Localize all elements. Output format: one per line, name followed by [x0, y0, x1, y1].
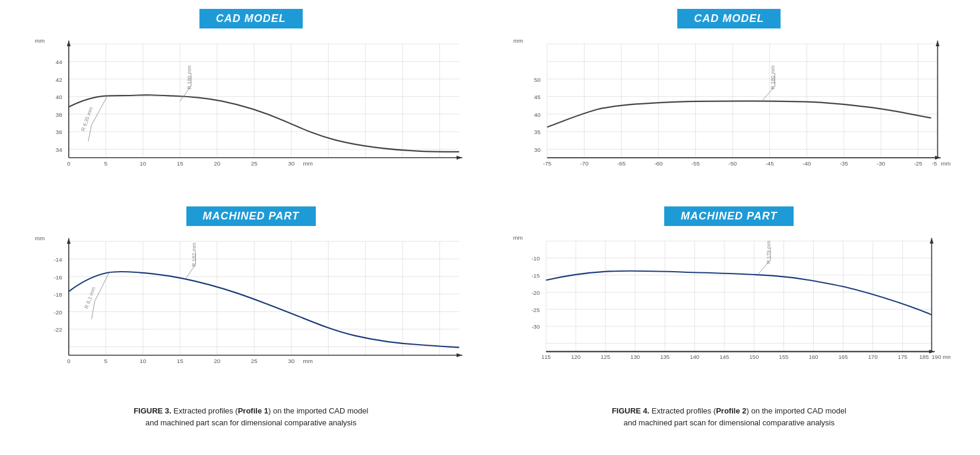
- figure3-caption-panel: FIGURE 3. Extracted profiles (Profile 1)…: [12, 400, 490, 449]
- svg-text:10: 10: [139, 160, 146, 167]
- svg-text:150: 150: [749, 354, 759, 360]
- svg-text:-75: -75: [543, 160, 551, 167]
- figure4-cad-chart: mm: [508, 31, 951, 183]
- svg-text:40: 40: [534, 112, 540, 118]
- svg-text:30: 30: [288, 160, 294, 167]
- svg-text:mm: mm: [35, 234, 45, 241]
- figure3-label: FIGURE 3.: [134, 406, 172, 415]
- svg-text:36: 36: [56, 129, 62, 135]
- svg-text:-25: -25: [914, 160, 922, 167]
- svg-text:15: 15: [177, 160, 183, 167]
- svg-text:20: 20: [214, 160, 220, 167]
- svg-line-121: [95, 272, 109, 301]
- svg-text:115: 115: [541, 354, 550, 360]
- svg-text:120: 120: [570, 354, 580, 360]
- svg-text:165: 165: [838, 354, 848, 360]
- svg-text:-5: -5: [931, 160, 937, 167]
- figure4-profile-bold: Profile 2: [716, 406, 746, 415]
- svg-text:mm: mm: [303, 160, 312, 167]
- svg-text:140: 140: [690, 354, 699, 360]
- svg-text:-25: -25: [531, 306, 540, 313]
- svg-text:25: 25: [251, 160, 258, 167]
- figure4-label: FIGURE 4.: [612, 406, 650, 415]
- svg-text:mm: mm: [941, 160, 950, 167]
- svg-text:-30: -30: [531, 323, 540, 330]
- svg-line-122: [91, 301, 94, 319]
- svg-text:-70: -70: [580, 160, 589, 167]
- figure4-caption-text: Extracted profiles (Profile 2) on the im…: [623, 406, 846, 427]
- svg-text:mm: mm: [303, 358, 312, 364]
- svg-text:175: 175: [897, 354, 907, 360]
- svg-text:-20: -20: [54, 308, 63, 315]
- figure4-machined-panel: MACHINED PART mm: [490, 203, 969, 401]
- figure3-cad-panel: CAD MODEL mm: [12, 6, 490, 203]
- svg-text:-60: -60: [654, 160, 663, 167]
- svg-text:190 mm: 190 mm: [931, 354, 950, 360]
- svg-line-36: [91, 96, 107, 125]
- svg-text:30: 30: [534, 147, 540, 153]
- figure3-caption: FIGURE 3. Extracted profiles (Profile 1)…: [134, 405, 368, 428]
- svg-text:-10: -10: [531, 255, 540, 262]
- svg-text:0: 0: [67, 358, 71, 364]
- svg-text:mm: mm: [513, 37, 522, 44]
- figure3-cad-svg: mm: [30, 31, 472, 180]
- svg-text:25: 25: [251, 358, 258, 364]
- figure3-caption-text: Extracted profiles (Profile 1) on the im…: [145, 406, 368, 427]
- figure4-machined-chart: mm: [508, 228, 951, 376]
- svg-text:R 180 mm: R 180 mm: [186, 65, 192, 89]
- svg-text:-50: -50: [728, 160, 737, 167]
- svg-text:38: 38: [56, 112, 62, 118]
- figure4-caption-panel: FIGURE 4. Extracted profiles (Profile 2)…: [490, 400, 969, 449]
- svg-text:20: 20: [214, 358, 220, 364]
- svg-text:-30: -30: [877, 160, 886, 167]
- svg-text:R 6,35 mm: R 6,35 mm: [80, 106, 94, 132]
- svg-text:R 179 mm: R 179 mm: [765, 240, 771, 263]
- svg-text:-55: -55: [691, 160, 700, 167]
- svg-text:40: 40: [56, 94, 62, 100]
- svg-text:-15: -15: [531, 272, 540, 279]
- figure3-cad-title: CAD MODEL: [199, 9, 303, 28]
- svg-text:160: 160: [808, 354, 818, 360]
- figure4-cad-title: CAD MODEL: [677, 9, 781, 28]
- svg-line-37: [88, 125, 91, 141]
- svg-text:15: 15: [177, 358, 183, 364]
- figure3-profile-bold: Profile 1: [238, 406, 268, 415]
- figure3-machined-chart: mm: [30, 228, 472, 380]
- svg-text:34: 34: [56, 147, 62, 153]
- svg-text:45: 45: [534, 94, 540, 100]
- figure4-cad-panel: CAD MODEL mm: [490, 6, 969, 203]
- svg-text:145: 145: [719, 354, 729, 360]
- svg-text:185: 185: [919, 354, 928, 360]
- figure4-caption: FIGURE 4. Extracted profiles (Profile 2)…: [612, 405, 846, 428]
- svg-text:10: 10: [139, 358, 146, 364]
- svg-text:5: 5: [104, 160, 108, 167]
- figures-container: CAD MODEL mm: [12, 6, 968, 449]
- svg-text:-35: -35: [839, 160, 848, 167]
- svg-text:R 182 mm: R 182 mm: [191, 243, 197, 266]
- figure4-cad-svg: mm: [508, 31, 951, 180]
- figure3-machined-svg: mm: [30, 228, 472, 378]
- svg-text:-18: -18: [54, 291, 63, 298]
- svg-text:130: 130: [630, 354, 640, 360]
- svg-text:35: 35: [534, 129, 540, 135]
- svg-text:155: 155: [779, 354, 788, 360]
- figure3-cad-chart: mm: [30, 31, 472, 183]
- svg-text:-45: -45: [765, 160, 774, 167]
- svg-text:44: 44: [56, 59, 62, 65]
- svg-text:-20: -20: [531, 289, 540, 296]
- svg-text:mm: mm: [35, 37, 45, 44]
- svg-text:5: 5: [104, 358, 108, 364]
- svg-text:42: 42: [56, 77, 62, 83]
- svg-text:50: 50: [534, 77, 540, 83]
- svg-text:30: 30: [288, 358, 294, 364]
- svg-text:-16: -16: [54, 273, 63, 280]
- svg-text:170: 170: [868, 354, 877, 360]
- figure4-machined-svg: mm: [508, 228, 951, 374]
- svg-text:-14: -14: [54, 256, 63, 263]
- svg-text:-65: -65: [617, 160, 626, 167]
- figure3-machined-panel: MACHINED PART mm: [12, 203, 490, 401]
- figure4-machined-title: MACHINED PART: [664, 206, 794, 226]
- svg-text:R 6,1 mm: R 6,1 mm: [83, 286, 96, 309]
- figure3-machined-title: MACHINED PART: [186, 206, 316, 226]
- svg-text:-22: -22: [54, 326, 62, 333]
